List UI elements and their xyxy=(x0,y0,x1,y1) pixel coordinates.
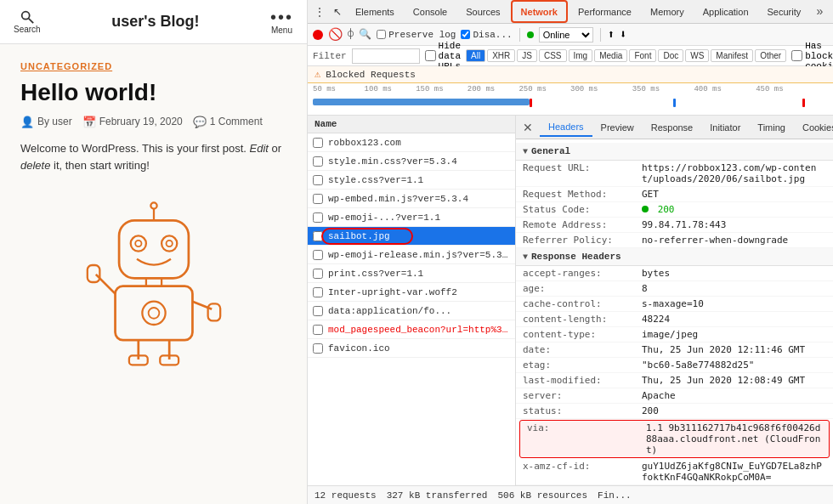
file-checkbox[interactable] xyxy=(313,250,323,260)
file-checkbox[interactable] xyxy=(313,138,323,148)
filter-css-button[interactable]: CSS xyxy=(539,49,567,62)
headers-panel: ✕ Headers Preview Response Initiator Tim… xyxy=(516,116,833,485)
filter-font-button[interactable]: Font xyxy=(629,49,656,62)
devtools-inspect-icon[interactable]: ↖ xyxy=(330,4,345,20)
record-button[interactable] xyxy=(313,30,323,40)
headers-tab-response[interactable]: Response xyxy=(643,119,702,136)
devtools-panel: ⋮ ↖ Elements Console Sources Network Per… xyxy=(308,0,833,504)
blog-title: user's Blog! xyxy=(111,13,199,31)
filter-other-button[interactable]: Other xyxy=(755,49,786,62)
file-checkbox[interactable] xyxy=(313,325,323,335)
filter-img-button[interactable]: Img xyxy=(569,49,593,62)
tick-100ms: 100 ms xyxy=(365,85,392,93)
filter-media-button[interactable]: Media xyxy=(594,49,627,62)
file-checkbox[interactable] xyxy=(313,306,323,316)
network-main: Name robbox123.com style.min.css?ver=5.3… xyxy=(308,116,833,485)
download-icon[interactable]: ⬇ xyxy=(620,27,626,42)
filter-ws-button[interactable]: WS xyxy=(685,49,709,62)
upload-icon[interactable]: ⬆ xyxy=(608,27,615,42)
age-key: age: xyxy=(523,283,642,294)
timeline-bar: 50 ms 100 ms 150 ms 200 ms 250 ms 300 ms… xyxy=(308,83,833,116)
file-item-wpemoji1[interactable]: wp-emoji-...?ver=1.1 xyxy=(308,208,515,227)
search-button[interactable]: Search xyxy=(14,9,41,34)
file-checkbox[interactable] xyxy=(313,343,323,354)
file-checkbox[interactable] xyxy=(313,175,323,185)
tab-more[interactable]: » xyxy=(811,5,828,19)
headers-tab-preview[interactable]: Preview xyxy=(592,119,643,136)
remote-address-value: 99.84.71.78:443 xyxy=(642,219,826,230)
cache-control-value: s-maxage=10 xyxy=(642,298,826,309)
filter-input[interactable] xyxy=(352,48,420,64)
tab-sources[interactable]: Sources xyxy=(457,0,508,23)
file-checkbox[interactable] xyxy=(313,156,323,167)
accept-ranges-row: accept-ranges: bytes xyxy=(516,266,833,281)
file-item-sailbot[interactable]: sailbot.jpg xyxy=(308,227,515,246)
headers-tab-initiator[interactable]: Initiator xyxy=(701,119,749,136)
file-item-dataapp[interactable]: data:application/fo... xyxy=(308,302,515,320)
throttle-select[interactable]: Online Fast 3G Slow 3G xyxy=(539,27,593,42)
filter-manifest-button[interactable]: Manifest xyxy=(711,49,753,62)
file-item-wpembed[interactable]: wp-embed.min.js?ver=5.3.4 xyxy=(308,190,515,208)
accept-ranges-value: bytes xyxy=(642,268,826,279)
blog-category[interactable]: UNCATEGORIZED xyxy=(20,61,286,71)
file-checkbox[interactable] xyxy=(313,212,323,223)
headers-tab-timing[interactable]: Timing xyxy=(749,119,794,136)
tab-application[interactable]: Application xyxy=(694,0,757,23)
filter-doc-button[interactable]: Doc xyxy=(658,49,683,62)
file-item-wpemojirelease[interactable]: wp-emoji-release.min.js?ver=5.3.4 xyxy=(308,246,515,264)
blog-meta: 👤 By user 📅 February 19, 2020 💬 1 Commen… xyxy=(20,116,286,128)
tab-security[interactable]: Security xyxy=(759,0,810,23)
request-url-row: Request URL: https://robbox123.com/wp-co… xyxy=(516,161,833,187)
disable-cache-checkbox[interactable]: Disa... xyxy=(461,30,512,40)
file-name: favicon.ico xyxy=(328,343,510,354)
status-value: 200 xyxy=(642,405,826,416)
tab-console[interactable]: Console xyxy=(405,0,456,23)
headers-tab-cookies[interactable]: Cookies xyxy=(794,119,833,136)
file-checkbox[interactable] xyxy=(313,231,323,241)
via-value: 1.1 9b311162717b41c968f6f00426d88aaa.clo… xyxy=(646,422,822,456)
filter-xhr-button[interactable]: XHR xyxy=(487,49,515,62)
filter-icon[interactable]: ⌽ xyxy=(348,28,354,41)
file-item-inter[interactable]: Inter-upright-var.woff2 xyxy=(308,283,515,302)
file-item-stylecss[interactable]: style.css?ver=1.1 xyxy=(308,171,515,190)
tab-elements[interactable]: Elements xyxy=(347,0,403,23)
svg-point-4 xyxy=(162,236,177,252)
headers-tab-headers[interactable]: Headers xyxy=(540,118,592,137)
preserve-log-checkbox[interactable]: Preserve log xyxy=(377,30,456,40)
filter-all-button[interactable]: All xyxy=(466,49,485,62)
file-name: style.min.css?ver=5.3.4 xyxy=(328,156,510,167)
clear-button[interactable]: 🚫 xyxy=(328,27,343,42)
tab-performance[interactable]: Performance xyxy=(570,0,640,23)
toolbar-separator-2 xyxy=(600,28,601,42)
sailbot-file-name: sailbot.jpg xyxy=(328,231,510,241)
last-modified-key: last-modified: xyxy=(523,375,642,386)
tab-network[interactable]: Network xyxy=(511,0,568,23)
file-list: Name robbox123.com style.min.css?ver=5.3… xyxy=(308,116,516,485)
date-meta: 📅 February 19, 2020 xyxy=(82,116,183,128)
svg-point-13 xyxy=(148,308,159,319)
file-checkbox[interactable] xyxy=(313,287,323,297)
file-item-printcss[interactable]: print.css?ver=1.1 xyxy=(308,264,515,283)
search-icon[interactable]: 🔍 xyxy=(359,28,371,41)
file-item-modpagespeed[interactable]: mod_pagespeed_beacon?url=http%3A%2F%2Fro… xyxy=(308,320,515,339)
devtools-menu-icon[interactable]: ⋮ xyxy=(311,4,328,20)
file-item-stylemin[interactable]: style.min.css?ver=5.3.4 xyxy=(308,152,515,171)
content-length-row: content-length: 48224 xyxy=(516,312,833,327)
resource-size: 506 kB resources xyxy=(497,490,587,501)
file-item-favicon[interactable]: favicon.ico xyxy=(308,339,515,358)
date-row: date: Thu, 25 Jun 2020 12:11:46 GMT xyxy=(516,343,833,358)
menu-button[interactable]: ••• Menu xyxy=(270,8,293,35)
svg-point-5 xyxy=(135,241,141,246)
status-key: status: xyxy=(523,405,642,416)
tick-450ms: 450 ms xyxy=(756,85,783,93)
age-row: age: 8 xyxy=(516,281,833,297)
file-item-robbox[interactable]: robbox123.com xyxy=(308,133,515,152)
server-key: server: xyxy=(523,390,642,401)
file-checkbox[interactable] xyxy=(313,194,323,204)
network-status-bar: 12 requests 327 kB transferred 506 kB re… xyxy=(308,485,833,504)
file-checkbox[interactable] xyxy=(313,269,323,279)
filter-js-button[interactable]: JS xyxy=(517,49,537,62)
tab-memory[interactable]: Memory xyxy=(642,0,693,23)
server-value: Apache xyxy=(642,390,826,401)
close-button[interactable]: ✕ xyxy=(516,121,540,134)
